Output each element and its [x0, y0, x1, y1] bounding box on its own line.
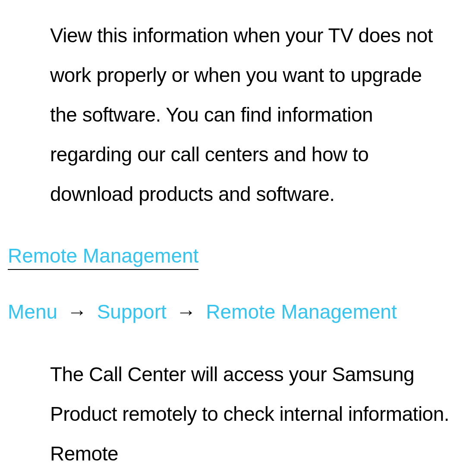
breadcrumb-support: Support: [97, 301, 167, 323]
section-heading-remote-management: Remote Management: [8, 244, 198, 270]
arrow-right-icon: →: [67, 301, 87, 323]
breadcrumb-menu: Menu: [8, 301, 57, 323]
intro-paragraph: View this information when your TV does …: [0, 0, 466, 214]
breadcrumb: Menu → Support → Remote Management: [8, 300, 466, 323]
section-body-paragraph: The Call Center will access your Samsung…: [0, 323, 466, 473]
breadcrumb-remote-management: Remote Management: [206, 301, 397, 323]
arrow-right-icon: →: [176, 301, 196, 323]
